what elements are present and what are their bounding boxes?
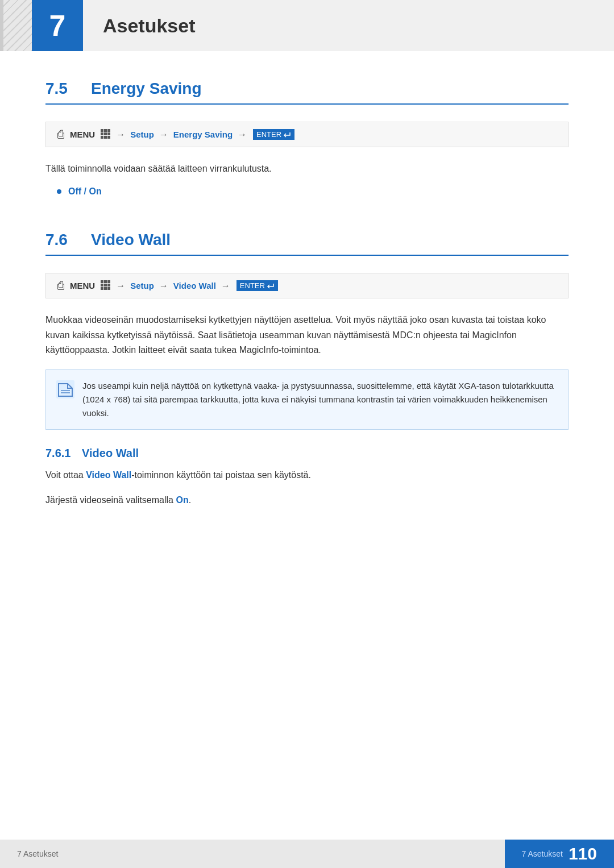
stripe-decoration [3, 0, 32, 51]
arrow2-76: → [159, 281, 168, 291]
menu-label-76: MENU [70, 281, 95, 290]
menu-remote-icon-76: ⎙ [57, 279, 64, 292]
subsection-761-body2: Järjestä videoseinä valitsemalla On. [45, 493, 569, 508]
svg-rect-12 [101, 284, 103, 286]
footer-page-number: 110 [569, 844, 597, 863]
subsection-761-body1: Voit ottaa Video Wall-toiminnon käyttöön… [45, 468, 569, 483]
arrow3-76: → [221, 281, 230, 291]
step1-76: Setup [130, 281, 154, 290]
body2-highlight: On [176, 495, 188, 505]
svg-rect-1 [104, 129, 107, 132]
body2-post: . [189, 495, 191, 505]
page-footer: 7 Asetukset 7 Asetukset 110 [0, 840, 614, 868]
svg-rect-5 [107, 132, 110, 135]
option-off-on-text: Off / On [68, 186, 102, 197]
body1-highlight: Video Wall [86, 470, 131, 480]
section-75-number: 7.5 [45, 80, 91, 98]
footer-left: 7 Asetukset [0, 840, 505, 868]
footer-chapter-label-right: 7 Asetukset [522, 849, 563, 858]
chapter-number: 7 [32, 0, 83, 51]
separator-1 [45, 208, 569, 231]
step1-75: Setup [130, 130, 154, 139]
section-75-title: Energy Saving [91, 80, 202, 98]
step2-75: Energy Saving [173, 130, 233, 139]
chapter-title: Asetukset [103, 15, 196, 37]
svg-rect-14 [107, 284, 110, 286]
grid-icon-75 [99, 128, 111, 141]
section-76-description: Muokkaa videoseinän muodostamiseksi kytk… [45, 313, 569, 358]
note-text-76: Jos useampi kuin neljä näyttöä on kytket… [82, 379, 558, 420]
subsection-761-number: 7.6.1 [45, 447, 70, 459]
subsection-761-heading: 7.6.1 Video Wall [45, 447, 569, 460]
svg-rect-4 [104, 132, 107, 135]
arrow1-75: → [116, 130, 125, 140]
main-content: 7.5 Energy Saving ⎙ MENU → Setup → Energ… [0, 51, 614, 563]
menu-label-75: MENU [70, 130, 95, 139]
svg-rect-2 [107, 129, 110, 132]
arrow3-75: → [238, 130, 247, 140]
svg-rect-15 [101, 287, 103, 290]
section-76-title: Video Wall [91, 231, 171, 249]
svg-rect-9 [101, 280, 103, 283]
svg-rect-8 [107, 136, 110, 139]
enter-icon-75: ENTER [253, 129, 294, 140]
grid-icon-76 [99, 279, 111, 292]
svg-rect-17 [107, 287, 110, 290]
note-icon [56, 379, 74, 401]
section-75-heading: 7.5 Energy Saving [45, 80, 569, 105]
step2-76: Video Wall [173, 281, 216, 290]
section-75-options: Off / On [57, 186, 569, 197]
section-76-heading: 7.6 Video Wall [45, 231, 569, 256]
nav-breadcrumb-76: ⎙ MENU → Setup → Video Wall → ENTER [45, 273, 569, 298]
chapter-header: 7 Asetukset [0, 0, 614, 51]
svg-rect-11 [107, 280, 110, 283]
body2-pre: Järjestä videoseinä valitsemalla [45, 495, 176, 505]
option-off-on: Off / On [57, 186, 569, 197]
svg-rect-7 [104, 136, 107, 139]
nav-breadcrumb-75: ⎙ MENU → Setup → Energy Saving → ENTER [45, 122, 569, 147]
arrow2-75: → [159, 130, 168, 140]
bullet-dot-1 [57, 189, 61, 194]
svg-rect-3 [101, 132, 103, 135]
svg-rect-16 [104, 287, 107, 290]
svg-rect-6 [101, 136, 103, 139]
arrow1-76: → [116, 281, 125, 291]
footer-chapter-label: 7 Asetukset [17, 849, 58, 858]
svg-rect-13 [104, 284, 107, 286]
menu-remote-icon: ⎙ [57, 128, 64, 141]
subsection-761-title: Video Wall [82, 447, 139, 459]
section-76-number: 7.6 [45, 231, 91, 249]
footer-right: 7 Asetukset 110 [505, 840, 614, 868]
note-box-76: Jos useampi kuin neljä näyttöä on kytket… [45, 369, 569, 430]
svg-rect-10 [104, 280, 107, 283]
section-75-description: Tällä toiminnolla voidaan säätää laittee… [45, 161, 569, 176]
enter-icon-76: ENTER [237, 280, 278, 291]
svg-rect-0 [101, 129, 103, 132]
